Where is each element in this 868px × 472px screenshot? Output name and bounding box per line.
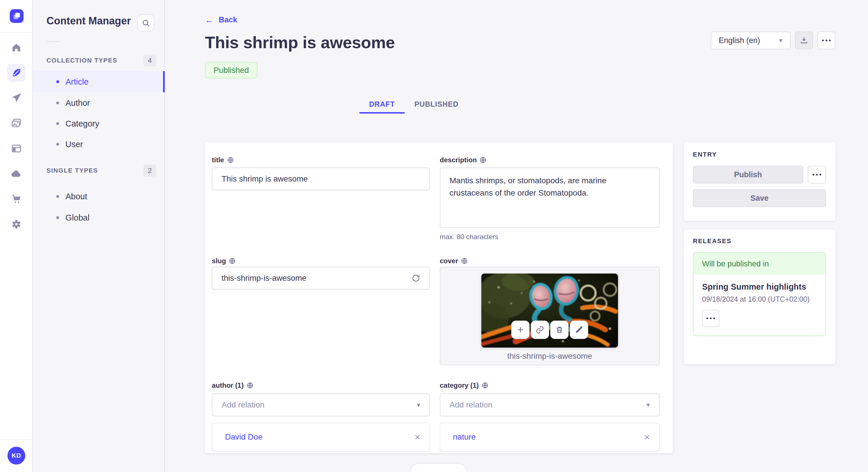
sidebar-item-category[interactable]: Category (33, 113, 165, 134)
strapi-logo[interactable] (10, 9, 24, 23)
sidebar-item-releases[interactable] (7, 89, 26, 107)
sidebar-item-label: About (65, 192, 87, 201)
release-body: Spring Summer highlights 09/18/2024 at 1… (693, 275, 826, 336)
category-field-label-row: category (1) (440, 381, 660, 390)
regenerate-icon[interactable] (412, 274, 420, 282)
entry-panel-title: ENTRY (693, 151, 826, 158)
globe-icon (461, 258, 468, 264)
title-input-value: This shrimp is awesome (222, 174, 308, 183)
sidebar-item-purchases[interactable] (7, 190, 26, 208)
remove-relation-icon[interactable]: × (644, 432, 650, 442)
tab-draft[interactable]: DRAFT (360, 96, 405, 113)
ellipsis-icon (813, 174, 821, 175)
edit-form-card: title This shrimp is awesome description (205, 142, 673, 453)
subnav-title: Content Manager (46, 15, 131, 27)
paper-plane-icon (11, 92, 22, 104)
sidebar-item-about[interactable]: About (33, 186, 165, 207)
back-link[interactable]: ← Back (205, 15, 237, 24)
collection-types-count-badge: 4 (144, 55, 156, 67)
feather-icon (11, 67, 22, 78)
copy-link-button[interactable] (531, 321, 549, 339)
header-actions: English (en) ▾ (711, 32, 835, 49)
description-value: Mantis shrimps, or stomatopods, are mari… (450, 176, 606, 197)
sidebar-item-global[interactable]: Global (33, 207, 165, 228)
locale-select[interactable]: English (en) ▾ (711, 32, 790, 49)
description-field-label-row: description (440, 156, 660, 164)
content-manager-sidebar: Content Manager COLLECTION TYPES 4 Artic… (33, 0, 165, 472)
export-button[interactable] (795, 32, 813, 49)
tab-published[interactable]: PUBLISHED (405, 96, 468, 113)
layout-icon (11, 143, 22, 154)
title-input[interactable]: This shrimp is awesome (212, 167, 430, 191)
release-name: Spring Summer highlights (702, 282, 817, 292)
sidebar-item-cloud[interactable] (7, 165, 26, 183)
author-add-relation-select[interactable]: Add relation ▾ (212, 394, 430, 416)
locale-value: English (en) (719, 36, 760, 45)
sidebar-item-user[interactable]: User (33, 134, 165, 155)
collapsed-panel-pill[interactable] (411, 464, 466, 472)
author-relation-link[interactable]: David Doe (225, 432, 262, 442)
globe-icon (482, 382, 489, 389)
nav-bottom-divider (0, 439, 33, 440)
sidebar-item-settings[interactable] (7, 215, 26, 233)
strapi-app: KD Content Manager COLLECTION TYPES 4 Ar… (0, 0, 868, 472)
description-field-wrap: Mantis shrimps, or stomatopods, are mari… (440, 167, 660, 241)
chevron-down-icon: ▾ (646, 401, 650, 409)
publish-button[interactable]: Publish (693, 166, 803, 183)
single-types-label: SINGLE TYPES (46, 167, 98, 174)
description-label-text: description (440, 156, 477, 164)
sidebar-item-media-library[interactable] (7, 114, 26, 133)
entry-more-button[interactable] (808, 166, 826, 183)
more-actions-button[interactable] (817, 32, 835, 49)
bullet-icon (56, 122, 59, 125)
author-placeholder: Add relation (222, 400, 265, 409)
slug-field-label-row: slug (212, 257, 430, 265)
edit-asset-button[interactable] (570, 321, 588, 339)
collection-types-label: COLLECTION TYPES (46, 57, 117, 64)
sidebar-item-article[interactable]: Article (33, 71, 165, 92)
slug-field-wrap: this-shrimp-is-awesome (212, 267, 430, 290)
cover-label: cover (440, 257, 660, 265)
globe-icon (227, 157, 234, 164)
cloud-icon (11, 168, 22, 179)
slug-label: slug (212, 257, 430, 265)
remove-relation-icon[interactable]: × (414, 432, 420, 442)
search-icon (142, 19, 150, 27)
chevron-down-icon: ▾ (417, 401, 420, 409)
slug-input[interactable]: this-shrimp-is-awesome (212, 267, 430, 290)
cover-actions (511, 321, 588, 339)
sidebar-item-home[interactable] (7, 38, 26, 57)
globe-icon (479, 157, 487, 164)
release-more-button[interactable] (702, 310, 719, 327)
author-label-text: author (1) (212, 381, 244, 390)
sidebar-item-content-manager[interactable] (7, 64, 26, 82)
bullet-icon (56, 80, 59, 83)
title-label: title (212, 156, 430, 164)
ellipsis-icon (822, 40, 831, 41)
category-label-text: category (1) (440, 381, 479, 390)
category-add-relation-select[interactable]: Add relation ▾ (440, 394, 660, 416)
title-field-wrap: This shrimp is awesome (212, 167, 430, 191)
add-asset-button[interactable] (511, 321, 530, 339)
sidebar-item-marketplace[interactable] (7, 139, 26, 158)
trash-icon (555, 326, 564, 334)
release-card: Will be published in Spring Summer highl… (693, 252, 826, 336)
delete-asset-button[interactable] (550, 321, 569, 339)
slug-input-value: this-shrimp-is-awesome (222, 274, 307, 283)
back-arrow-icon: ← (205, 16, 214, 24)
avatar[interactable]: KD (7, 447, 25, 465)
sidebar-item-label: Author (65, 98, 90, 108)
author-field-label-row: author (1) (212, 381, 430, 390)
description-textarea[interactable]: Mantis shrimps, or stomatopods, are mari… (440, 167, 660, 228)
gear-icon (11, 218, 22, 230)
author-relation-item: David Doe × (212, 423, 430, 451)
chevron-down-icon: ▾ (779, 36, 782, 44)
category-relation-wrap: Add relation ▾ nature × (440, 394, 660, 451)
search-button[interactable] (137, 14, 154, 32)
single-types-header: SINGLE TYPES 2 (46, 165, 156, 177)
bullet-icon (56, 195, 59, 198)
author-relation-wrap: Add relation ▾ David Doe × (212, 394, 430, 451)
save-button[interactable]: Save (693, 189, 826, 207)
sidebar-item-author[interactable]: Author (33, 92, 165, 113)
category-relation-link[interactable]: nature (453, 432, 476, 442)
